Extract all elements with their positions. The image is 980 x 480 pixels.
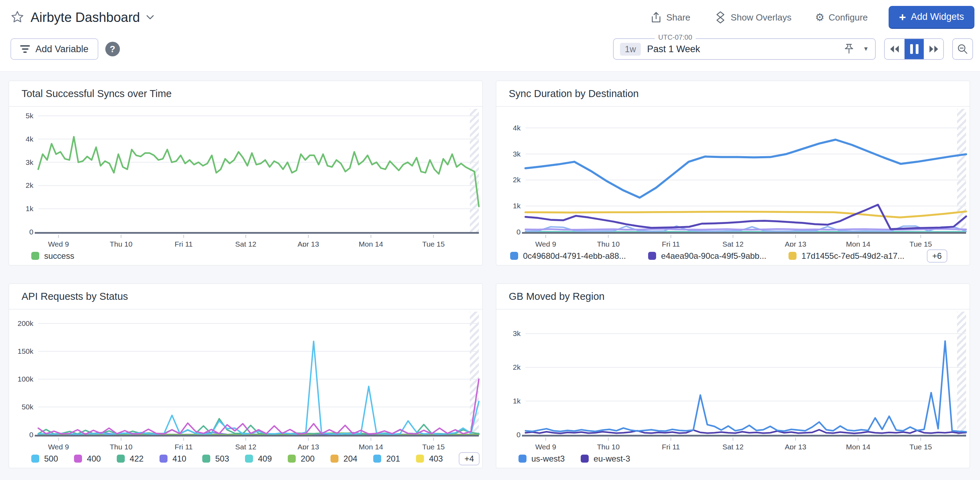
chart-canvas-3[interactable]: 050k100k150k200kWed 9Thu 10Fri 11Sat 12A… xyxy=(9,309,482,450)
svg-text:4k: 4k xyxy=(513,124,521,132)
svg-text:Apr 13: Apr 13 xyxy=(785,443,806,450)
legend-label: 201 xyxy=(386,454,400,464)
range-shortcut-chip[interactable]: 1w xyxy=(620,43,641,56)
chart-canvas-2[interactable]: 01k2k3k4kWed 9Thu 10Fri 11Sat 12Apr 13Mo… xyxy=(496,107,970,247)
add-widgets-label: Add Widgets xyxy=(911,11,964,22)
svg-text:Apr 13: Apr 13 xyxy=(298,443,319,450)
chevron-down-icon[interactable] xyxy=(146,15,154,20)
time-controls-area: UTC-07:00 1w Past 1 Week ▼ xyxy=(613,38,973,60)
chart-area-1[interactable]: 01k2k3k4k5kWed 9Thu 10Fri 11Sat 12Apr 13… xyxy=(9,107,482,247)
star-icon[interactable] xyxy=(10,10,24,24)
help-icon[interactable]: ? xyxy=(105,42,120,56)
svg-text:1k: 1k xyxy=(513,202,521,210)
legend-item[interactable]: 403 xyxy=(416,454,443,464)
legend-more-badge[interactable]: +6 xyxy=(927,249,947,263)
panel-sync-duration: Sync Duration by Destination 01k2k3k4kWe… xyxy=(496,81,970,265)
add-variable-button[interactable]: Add Variable xyxy=(10,38,99,60)
svg-text:Tue 15: Tue 15 xyxy=(422,443,445,450)
legend-item[interactable]: 204 xyxy=(331,454,357,464)
svg-text:3k: 3k xyxy=(513,329,521,337)
legend-item[interactable]: 410 xyxy=(159,454,186,464)
svg-text:2k: 2k xyxy=(513,363,521,371)
legend-item[interactable]: e4aea90a-90ca-49f5-9abb... xyxy=(648,251,766,261)
chart-area-4[interactable]: 01k2k3kWed 9Thu 10Fri 11Sat 12Apr 13Mon … xyxy=(496,309,970,450)
header-row-2: Add Variable ? UTC-07:00 1w Past 1 Week … xyxy=(10,38,973,60)
svg-text:Tue 15: Tue 15 xyxy=(910,443,932,450)
legend-swatch xyxy=(519,454,527,462)
legend-label: 204 xyxy=(344,454,357,464)
legend-label: 503 xyxy=(215,454,229,464)
show-overlays-button[interactable]: Show Overlays xyxy=(714,11,792,24)
panel-api-requests: API Requests by Status 050k100k150k200kW… xyxy=(9,284,483,468)
caret-down-icon[interactable]: ▼ xyxy=(863,46,869,53)
legend-label: 409 xyxy=(258,454,272,464)
legend-item[interactable]: eu-west-3 xyxy=(581,454,630,464)
time-range-picker[interactable]: UTC-07:00 1w Past 1 Week ▼ xyxy=(613,38,876,60)
legend-item[interactable]: 503 xyxy=(202,454,229,464)
filter-icon xyxy=(20,45,30,53)
legend-swatch xyxy=(331,454,339,462)
share-button[interactable]: Share xyxy=(650,11,690,24)
legend-label: 0c49680d-4791-4ebb-a88... xyxy=(523,251,626,261)
add-widgets-button[interactable]: + Add Widgets xyxy=(889,6,974,29)
svg-text:3k: 3k xyxy=(513,150,521,158)
time-forward-button[interactable] xyxy=(924,39,943,59)
legend-item[interactable]: 422 xyxy=(117,454,143,464)
dashboard-title-group[interactable]: Airbyte Dashboard xyxy=(10,10,154,25)
legend-item[interactable]: 500 xyxy=(31,454,58,464)
svg-text:0: 0 xyxy=(516,228,520,236)
svg-text:50k: 50k xyxy=(22,403,33,411)
widget-title: GB Moved by Region xyxy=(496,284,970,309)
legend-swatch xyxy=(159,454,167,462)
plus-icon: + xyxy=(899,11,906,23)
chart-canvas-1[interactable]: 01k2k3k4k5kWed 9Thu 10Fri 11Sat 12Apr 13… xyxy=(9,107,482,247)
header-row-1: Airbyte Dashboard Share Show Overlays xyxy=(10,6,974,29)
legend-label: 422 xyxy=(130,454,143,464)
legend-item[interactable]: 0c49680d-4791-4ebb-a88... xyxy=(510,251,626,261)
svg-text:Sat 12: Sat 12 xyxy=(235,443,256,450)
legend-swatch xyxy=(74,454,82,462)
legend-swatch xyxy=(373,454,381,462)
page-title[interactable]: Airbyte Dashboard xyxy=(30,10,140,25)
chart-canvas-4[interactable]: 01k2k3kWed 9Thu 10Fri 11Sat 12Apr 13Mon … xyxy=(496,309,970,450)
overlays-icon xyxy=(714,11,727,24)
header-actions: Share Show Overlays ⚙ Configure + Add Wi… xyxy=(638,6,974,29)
gear-icon: ⚙ xyxy=(815,12,824,22)
svg-text:Apr 13: Apr 13 xyxy=(298,240,319,247)
svg-text:Mon 14: Mon 14 xyxy=(359,240,383,247)
time-backward-button[interactable] xyxy=(885,39,904,59)
legend-swatch xyxy=(202,454,210,462)
svg-text:Fri 11: Fri 11 xyxy=(662,240,680,247)
legend-label: 17d1455c-7ed5-49d2-a17... xyxy=(801,251,904,261)
widget-title: API Requests by Status xyxy=(9,284,482,309)
legend-item[interactable]: 409 xyxy=(245,454,272,464)
svg-text:100k: 100k xyxy=(18,375,33,383)
legend-more-badge[interactable]: +4 xyxy=(459,452,479,466)
pause-button[interactable] xyxy=(904,39,924,59)
widget-title: Total Successful Syncs over Time xyxy=(9,81,482,107)
svg-text:Wed 9: Wed 9 xyxy=(48,443,69,450)
zoom-out-button[interactable] xyxy=(952,38,973,60)
svg-text:0: 0 xyxy=(29,431,33,439)
chart-area-3[interactable]: 050k100k150k200kWed 9Thu 10Fri 11Sat 12A… xyxy=(9,309,482,450)
legend-label: success xyxy=(44,251,74,261)
pin-icon[interactable] xyxy=(843,42,855,56)
svg-text:200k: 200k xyxy=(18,319,33,327)
legend-item[interactable]: 200 xyxy=(288,454,315,464)
legend-label: 400 xyxy=(87,454,101,464)
legend-item[interactable]: success xyxy=(31,251,74,261)
legend-swatch xyxy=(31,252,39,260)
legend-item[interactable]: 17d1455c-7ed5-49d2-a17... xyxy=(789,251,904,261)
legend-item[interactable]: us-west3 xyxy=(519,454,565,464)
chart-area-2[interactable]: 01k2k3k4kWed 9Thu 10Fri 11Sat 12Apr 13Mo… xyxy=(496,107,970,247)
svg-text:Apr 13: Apr 13 xyxy=(785,240,806,247)
legend-item[interactable]: 400 xyxy=(74,454,101,464)
chart-legend-3: 500400422410503409200204201403+4 xyxy=(9,450,482,468)
chart-legend-2: 0c49680d-4791-4ebb-a88...e4aea90a-90ca-4… xyxy=(496,247,970,265)
svg-text:Wed 9: Wed 9 xyxy=(48,240,69,247)
legend-item[interactable]: 201 xyxy=(373,454,400,464)
legend-swatch xyxy=(648,252,656,260)
chart-legend-4: us-west3eu-west-3 xyxy=(496,450,970,468)
pause-icon xyxy=(910,44,918,54)
configure-button[interactable]: ⚙ Configure xyxy=(815,12,868,23)
